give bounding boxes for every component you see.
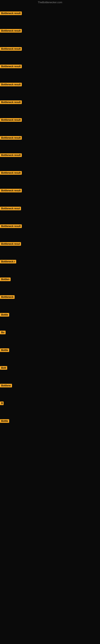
bottleneck-badge-13[interactable]: Bottleneck result (0, 224, 22, 229)
bottleneck-badge-14[interactable]: Bottleneck resul (0, 242, 21, 246)
bottleneck-badge-5[interactable]: Bottleneck result (0, 83, 22, 87)
bottleneck-badge-label-6: Bottleneck result (0, 100, 22, 104)
bottleneck-badge-1[interactable]: Bottleneck result (0, 12, 22, 16)
bottleneck-badge-label-18: Bottle (0, 313, 9, 316)
bottleneck-badge-16[interactable]: Bottlen (0, 278, 11, 282)
bottleneck-badge-label-5: Bottleneck result (0, 83, 22, 86)
bottleneck-badge-label-11: Bottleneck result (0, 189, 22, 192)
bottleneck-badge-18[interactable]: Bottle (0, 313, 9, 317)
bottleneck-badge-19[interactable]: Bo (0, 331, 6, 335)
bottleneck-badge-label-21: Bott (0, 366, 7, 370)
bottleneck-badge-17[interactable]: Bottleneck (0, 295, 15, 300)
bottleneck-badge-label-24: Bottle (0, 419, 9, 423)
bottleneck-badge-4[interactable]: Bottleneck result (0, 64, 22, 69)
bottleneck-badge-label-12: Bottleneck resul (0, 207, 21, 210)
bottleneck-badge-11[interactable]: Bottleneck result (0, 189, 22, 193)
bottleneck-badge-label-15: Bottleneck r (0, 260, 16, 264)
bottleneck-badge-label-20: Bottle (0, 348, 9, 352)
bottleneck-badge-10[interactable]: Bottleneck result (0, 171, 22, 176)
bottleneck-badge-label-8: Bottleneck result (0, 136, 22, 140)
bottleneck-badge-15[interactable]: Bottleneck r (0, 260, 16, 264)
bottleneck-badge-label-2: Bottleneck result (0, 29, 22, 32)
bottleneck-badge-2[interactable]: Bottleneck result (0, 29, 22, 34)
bottleneck-badge-label-19: Bo (0, 331, 6, 334)
bottleneck-badge-23[interactable]: B (0, 402, 3, 406)
bottleneck-badge-label-1: Bottleneck result (0, 12, 22, 15)
bottleneck-badge-7[interactable]: Bottleneck result (0, 118, 22, 122)
bottleneck-badge-label-17: Bottleneck (0, 295, 15, 299)
site-title: TheBottlenecker.com (0, 0, 100, 5)
bottleneck-badge-label-4: Bottleneck result (0, 64, 22, 68)
bottleneck-badge-12[interactable]: Bottleneck resul (0, 207, 21, 211)
bottleneck-badge-label-10: Bottleneck result (0, 171, 22, 175)
bottleneck-badge-8[interactable]: Bottleneck result (0, 136, 22, 140)
bottleneck-badge-label-3: Bottleneck result (0, 47, 22, 51)
bottleneck-badge-24[interactable]: Bottle (0, 419, 9, 424)
bottleneck-badge-22[interactable]: Bottlene (0, 384, 12, 388)
bottleneck-badge-21[interactable]: Bott (0, 366, 7, 370)
bottleneck-badge-label-7: Bottleneck result (0, 118, 22, 122)
bottleneck-badge-label-16: Bottlen (0, 278, 11, 281)
bottleneck-badge-label-23: B (0, 402, 3, 405)
bottleneck-badge-label-14: Bottleneck resul (0, 242, 21, 246)
bottleneck-badge-9[interactable]: Bottleneck result (0, 153, 22, 158)
bottleneck-badge-label-13: Bottleneck result (0, 224, 22, 228)
bottleneck-badge-3[interactable]: Bottleneck result (0, 47, 22, 52)
bottleneck-badge-20[interactable]: Bottle (0, 348, 9, 353)
bottleneck-badge-6[interactable]: Bottleneck result (0, 100, 22, 105)
bottleneck-badge-label-22: Bottlene (0, 384, 12, 388)
bottleneck-badge-label-9: Bottleneck result (0, 153, 22, 157)
